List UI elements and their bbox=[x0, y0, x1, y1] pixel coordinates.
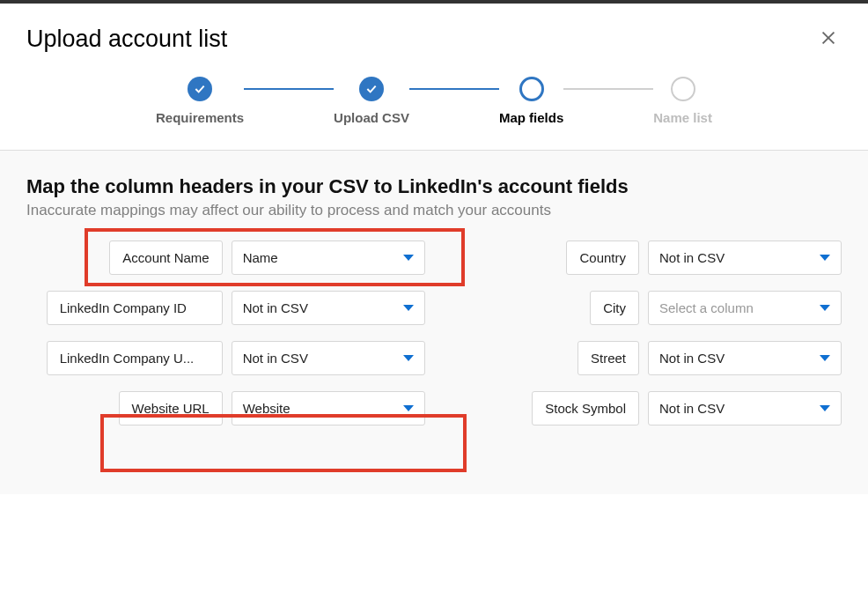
step-label: Upload CSV bbox=[334, 110, 409, 125]
step-name-list: Name list bbox=[653, 77, 712, 125]
select-value: Website bbox=[243, 401, 291, 416]
step-connector bbox=[409, 88, 499, 90]
field-pair-account-name: Account Name Name bbox=[26, 240, 425, 275]
content-area: Map the column headers in your CSV to Li… bbox=[0, 151, 868, 494]
select-value: Not in CSV bbox=[243, 351, 308, 366]
chevron-down-icon bbox=[403, 305, 414, 311]
close-icon bbox=[819, 28, 838, 48]
chevron-down-icon bbox=[820, 405, 830, 411]
content-subtitle: Inaccurate mappings may affect our abili… bbox=[26, 202, 842, 219]
field-pair-linkedin-company-url: LinkedIn Company U... Not in CSV bbox=[26, 341, 425, 375]
select-value: Not in CSV bbox=[243, 300, 308, 315]
field-row: Website URL Website Stock Symbol Not in … bbox=[26, 391, 842, 426]
field-select-website-url[interactable]: Website bbox=[232, 391, 425, 426]
field-select-street[interactable]: Not in CSV bbox=[648, 341, 842, 375]
field-label-linkedin-company-url: LinkedIn Company U... bbox=[47, 341, 223, 375]
step-circle-completed bbox=[359, 77, 384, 101]
chevron-down-icon bbox=[820, 255, 830, 261]
field-label-stock-symbol: Stock Symbol bbox=[532, 391, 639, 426]
field-label-street: Street bbox=[577, 341, 639, 375]
step-circle-current bbox=[519, 77, 544, 101]
modal-header: Upload account list bbox=[0, 4, 868, 68]
field-select-country[interactable]: Not in CSV bbox=[648, 240, 842, 275]
step-label: Map fields bbox=[499, 110, 563, 125]
stepper: Requirements Upload CSV Map fields Name … bbox=[0, 68, 868, 150]
step-circle-completed bbox=[188, 77, 212, 101]
select-value: Select a column bbox=[659, 300, 754, 315]
field-pair-city: City Select a column bbox=[478, 291, 842, 325]
field-select-account-name[interactable]: Name bbox=[232, 240, 425, 275]
field-label-country: Country bbox=[566, 240, 639, 275]
field-select-city[interactable]: Select a column bbox=[648, 291, 842, 325]
select-value: Not in CSV bbox=[659, 250, 725, 265]
field-mapping-grid: Account Name Name Country Not in CSV Lin… bbox=[26, 240, 842, 426]
chevron-down-icon bbox=[403, 405, 414, 411]
chevron-down-icon bbox=[403, 255, 414, 261]
select-value: Not in CSV bbox=[659, 351, 725, 366]
step-connector bbox=[244, 88, 334, 90]
step-upload-csv: Upload CSV bbox=[334, 77, 409, 125]
step-label: Requirements bbox=[156, 110, 244, 125]
step-requirements: Requirements bbox=[156, 77, 244, 125]
field-pair-stock-symbol: Stock Symbol Not in CSV bbox=[478, 391, 842, 426]
field-pair-linkedin-company-id: LinkedIn Company ID Not in CSV bbox=[26, 291, 425, 325]
content-title: Map the column headers in your CSV to Li… bbox=[26, 175, 842, 198]
field-select-linkedin-company-url[interactable]: Not in CSV bbox=[232, 341, 425, 375]
field-row: LinkedIn Company U... Not in CSV Street … bbox=[26, 341, 842, 375]
field-row: Account Name Name Country Not in CSV bbox=[26, 240, 842, 275]
checkmark-icon bbox=[193, 82, 207, 96]
field-label-city: City bbox=[590, 291, 639, 325]
field-label-linkedin-company-id: LinkedIn Company ID bbox=[47, 291, 223, 325]
field-label-website-url: Website URL bbox=[119, 391, 223, 426]
step-label: Name list bbox=[653, 110, 712, 125]
step-circle-pending bbox=[671, 77, 695, 101]
field-select-stock-symbol[interactable]: Not in CSV bbox=[648, 391, 842, 426]
select-value: Name bbox=[243, 250, 278, 265]
field-row: LinkedIn Company ID Not in CSV City Sele… bbox=[26, 291, 842, 325]
step-connector bbox=[563, 88, 653, 90]
select-value: Not in CSV bbox=[659, 401, 725, 416]
chevron-down-icon bbox=[820, 355, 830, 361]
modal-title: Upload account list bbox=[26, 26, 227, 53]
field-pair-street: Street Not in CSV bbox=[478, 341, 842, 375]
chevron-down-icon bbox=[820, 305, 830, 311]
field-select-linkedin-company-id[interactable]: Not in CSV bbox=[232, 291, 425, 325]
checkmark-icon bbox=[364, 82, 379, 96]
field-label-account-name: Account Name bbox=[109, 240, 222, 275]
chevron-down-icon bbox=[403, 355, 414, 361]
field-pair-country: Country Not in CSV bbox=[478, 240, 842, 275]
close-button[interactable] bbox=[815, 25, 842, 54]
step-map-fields: Map fields bbox=[499, 77, 563, 125]
field-pair-website-url: Website URL Website bbox=[26, 391, 425, 426]
